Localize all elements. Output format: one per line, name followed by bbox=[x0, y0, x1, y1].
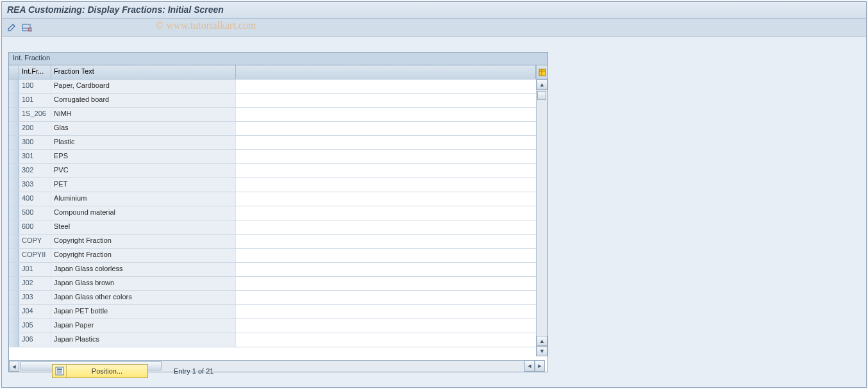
cell-rest bbox=[236, 164, 547, 178]
configure-columns-icon[interactable] bbox=[536, 65, 547, 79]
cell-intfr: J04 bbox=[19, 305, 51, 319]
table-row[interactable]: 101Corrugated board bbox=[9, 94, 547, 108]
svg-rect-8 bbox=[57, 368, 62, 370]
scroll-thumb[interactable] bbox=[537, 91, 546, 100]
select-all-corner[interactable] bbox=[9, 65, 19, 79]
row-selector[interactable] bbox=[9, 192, 19, 206]
table-row[interactable]: COPYCopyright Fraction bbox=[9, 235, 547, 249]
row-selector[interactable] bbox=[9, 122, 19, 135]
svg-rect-10 bbox=[57, 372, 62, 374]
cell-rest bbox=[236, 220, 547, 234]
table-row[interactable]: COPYIICopyright Fraction bbox=[9, 249, 547, 263]
cell-rest bbox=[236, 136, 547, 149]
table-row[interactable]: 1S_206NiMH bbox=[9, 108, 547, 122]
cell-rest bbox=[236, 178, 547, 192]
row-selector[interactable] bbox=[9, 164, 19, 178]
table-row[interactable]: 300Plastic bbox=[9, 136, 547, 150]
column-header-rest bbox=[236, 65, 536, 79]
row-selector[interactable] bbox=[9, 94, 19, 107]
cell-rest bbox=[236, 291, 547, 304]
cell-intfr: 1S_206 bbox=[19, 108, 51, 121]
table-row[interactable]: J01Japan Glass colorless bbox=[9, 263, 547, 277]
row-selector[interactable] bbox=[9, 277, 19, 290]
scroll-right2-icon[interactable]: ► bbox=[535, 360, 545, 372]
cell-text: Steel bbox=[51, 220, 236, 234]
scroll-down2-icon[interactable]: ▼ bbox=[537, 346, 547, 356]
table-row[interactable]: 200Glas bbox=[9, 122, 547, 136]
table-row[interactable]: 303PET bbox=[9, 178, 547, 192]
vertical-scrollbar[interactable]: ▲ ▲ ▼ bbox=[536, 79, 547, 356]
position-button[interactable]: Position... bbox=[52, 364, 148, 378]
cell-text: Japan Glass colorless bbox=[51, 263, 236, 276]
horizontal-scrollbar-right[interactable]: ◄ ► bbox=[524, 360, 547, 372]
cell-intfr: J05 bbox=[19, 319, 51, 333]
cell-rest bbox=[236, 122, 547, 135]
cell-intfr: 300 bbox=[19, 136, 51, 149]
cell-rest bbox=[236, 319, 547, 333]
scroll-track[interactable] bbox=[537, 90, 547, 336]
cell-rest bbox=[236, 235, 547, 248]
table-view-icon[interactable] bbox=[21, 22, 33, 33]
column-header-text[interactable]: Fraction Text bbox=[51, 65, 236, 79]
cell-intfr: 100 bbox=[19, 79, 51, 93]
table-row[interactable]: 500Compound material bbox=[9, 206, 547, 220]
table-row[interactable]: 400Aluminium bbox=[9, 192, 547, 206]
row-selector[interactable] bbox=[9, 333, 19, 347]
change-icon[interactable] bbox=[6, 22, 17, 33]
table-row[interactable]: J03Japan Glass other colors bbox=[9, 291, 547, 305]
cell-text: Copyright Fraction bbox=[51, 249, 236, 262]
row-selector[interactable] bbox=[9, 150, 19, 163]
cell-text: PVC bbox=[51, 164, 236, 178]
cell-intfr: COPY bbox=[19, 235, 51, 248]
cell-rest bbox=[236, 79, 547, 93]
svg-rect-9 bbox=[57, 370, 62, 372]
cell-intfr: J03 bbox=[19, 291, 51, 304]
table-row[interactable]: J04Japan PET bottle bbox=[9, 305, 547, 319]
table-row[interactable]: 302PVC bbox=[9, 164, 547, 178]
table-row[interactable]: J02Japan Glass brown bbox=[9, 277, 547, 291]
scroll-up-icon[interactable]: ▲ bbox=[537, 79, 547, 90]
cell-text: Japan Glass brown bbox=[51, 277, 236, 290]
cell-intfr: 500 bbox=[19, 206, 51, 220]
cell-intfr: J01 bbox=[19, 263, 51, 276]
cell-text: Aluminium bbox=[51, 192, 236, 206]
scroll-left2-icon[interactable]: ◄ bbox=[524, 360, 535, 372]
title-bar: REA Customizing: Display Fractions: Init… bbox=[2, 2, 866, 19]
row-selector[interactable] bbox=[9, 220, 19, 234]
scroll-left-icon[interactable]: ◄ bbox=[9, 361, 19, 372]
cell-intfr: COPYII bbox=[19, 249, 51, 262]
column-header-intfr[interactable]: Int.Fr... bbox=[19, 65, 51, 79]
cell-intfr: 101 bbox=[19, 94, 51, 107]
table-row[interactable]: J06Japan Plastics bbox=[9, 333, 547, 347]
cell-text: NiMH bbox=[51, 108, 236, 121]
row-selector[interactable] bbox=[9, 235, 19, 248]
table-body: 100Paper, Cardboard101Corrugated board1S… bbox=[9, 79, 547, 356]
row-selector[interactable] bbox=[9, 108, 19, 121]
cell-text: Japan Glass other colors bbox=[51, 291, 236, 304]
row-selector[interactable] bbox=[9, 79, 19, 93]
cell-text: Paper, Cardboard bbox=[51, 79, 236, 93]
panel-title-text: Int. Fraction bbox=[13, 54, 50, 62]
cell-rest bbox=[236, 206, 547, 220]
table-row[interactable]: 600Steel bbox=[9, 220, 547, 235]
position-icon bbox=[53, 365, 67, 377]
row-selector[interactable] bbox=[9, 305, 19, 319]
table-row[interactable]: J05Japan Paper bbox=[9, 319, 547, 333]
cell-text: Japan PET bottle bbox=[51, 305, 236, 319]
row-selector[interactable] bbox=[9, 319, 19, 333]
cell-intfr: J02 bbox=[19, 277, 51, 290]
cell-text: Japan Plastics bbox=[51, 333, 236, 347]
cell-rest bbox=[236, 305, 547, 319]
table-row[interactable]: 100Paper, Cardboard bbox=[9, 79, 547, 94]
row-selector[interactable] bbox=[9, 206, 19, 220]
scroll-down-icon[interactable]: ▲ bbox=[537, 336, 547, 346]
row-selector[interactable] bbox=[9, 263, 19, 276]
cell-rest bbox=[236, 333, 547, 347]
row-selector[interactable] bbox=[9, 249, 19, 262]
table-row[interactable]: 301EPS bbox=[9, 150, 547, 164]
row-selector[interactable] bbox=[9, 178, 19, 192]
cell-text: Japan Paper bbox=[51, 319, 236, 333]
svg-rect-4 bbox=[539, 69, 546, 76]
row-selector[interactable] bbox=[9, 291, 19, 304]
row-selector[interactable] bbox=[9, 136, 19, 149]
